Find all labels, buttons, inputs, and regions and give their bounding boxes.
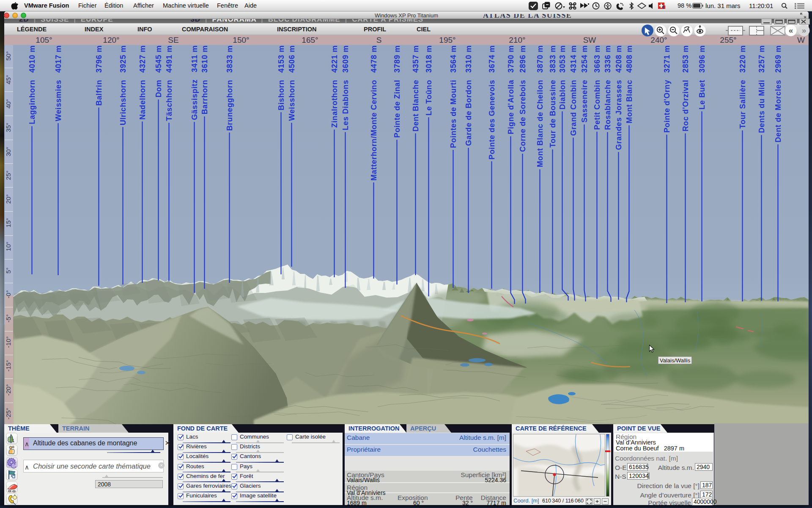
svg-text:Dents du Midi 3257 m: Dents du Midi 3257 m xyxy=(757,45,766,133)
svg-text:Tour de Boussine 3833 m: Tour de Boussine 3833 m xyxy=(549,45,557,148)
svg-text:Grand Combin 4314 m: Grand Combin 4314 m xyxy=(569,45,578,136)
svg-text:Ulrichshorn 3925 m: Ulrichshorn 3925 m xyxy=(119,45,127,125)
svg-text:Garde de Bordon 3310 m: Garde de Bordon 3310 m xyxy=(464,45,473,146)
svg-text:Dent Blanche 4357 m: Dent Blanche 4357 m xyxy=(411,45,420,132)
svg-text:Weisshorn 4506 m: Weisshorn 4506 m xyxy=(288,45,296,121)
svg-text:Sasseneire 3254 m: Sasseneire 3254 m xyxy=(580,45,589,123)
svg-text:»: » xyxy=(802,26,807,35)
svg-text:Grandes Jorasses 4208 m: Grandes Jorasses 4208 m xyxy=(614,45,623,150)
svg-text:Pointe des Genevois 3674 m: Pointe des Genevois 3674 m xyxy=(488,45,496,160)
svg-text:Mont Blanc de Cheilon 3870 m: Mont Blanc de Cheilon 3870 m xyxy=(536,45,544,167)
svg-text:Nadelhorn 4327 m: Nadelhorn 4327 m xyxy=(138,45,147,120)
svg-text:Pigne d'Arolla 3790 m: Pigne d'Arolla 3790 m xyxy=(507,45,515,134)
svg-text:Les Diablons 3609 m: Les Diablons 3609 m xyxy=(341,45,350,130)
svg-text:Pointe d'Orny 3271 m: Pointe d'Orny 3271 m xyxy=(663,45,671,133)
svg-text:Brunegghorn 3833 m: Brunegghorn 3833 m xyxy=(225,45,234,131)
svg-text:Diablon 3053 m: Diablon 3053 m xyxy=(558,45,567,110)
svg-text:Corne de Sorebois 2896 m: Corne de Sorebois 2896 m xyxy=(518,45,527,152)
svg-text:Bishorn 4153 m: Bishorn 4153 m xyxy=(277,45,285,110)
svg-text:Dom 4545 m: Dom 4545 m xyxy=(154,45,163,97)
svg-text:Le Buet 3096 m: Le Buet 3096 m xyxy=(698,45,706,110)
svg-text:Zinalrothorn 4221 m: Zinalrothorn 4221 m xyxy=(330,45,339,128)
svg-text:Mont Blanc 4808 m: Mont Blanc 4808 m xyxy=(625,45,634,123)
svg-text:Pointes de Mourti 3564 m: Pointes de Mourti 3564 m xyxy=(449,45,458,148)
svg-text:Täschhorn 4491 m: Täschhorn 4491 m xyxy=(165,45,173,121)
svg-text:Barrhorn 3610 m: Barrhorn 3610 m xyxy=(200,45,209,114)
svg-text:Le Toûno 3018 m: Le Toûno 3018 m xyxy=(425,45,433,116)
svg-text:Matterhorn/Monte Cervino 447: Matterhorn/Monte Cervino 4478 m xyxy=(370,45,378,181)
svg-text:Gässispitz 3411 m: Gässispitz 3411 m xyxy=(190,45,199,120)
svg-text:Dent de Morcles 2969 m: Dent de Morcles 2969 m xyxy=(774,45,782,143)
svg-text:Rosablanche 3336 m: Rosablanche 3336 m xyxy=(604,45,612,130)
svg-text:«: « xyxy=(789,26,793,35)
svg-text:Petit Combin 3663 m: Petit Combin 3663 m xyxy=(593,45,601,130)
svg-text:Weissmies 4017 m: Weissmies 4017 m xyxy=(54,45,63,121)
svg-text:Balfrin 3796 m: Balfrin 3796 m xyxy=(95,45,103,106)
svg-text:Tour Sallière 3220 m: Tour Sallière 3220 m xyxy=(738,45,747,129)
svg-text:Pointe de Zinal 3789 m: Pointe de Zinal 3789 m xyxy=(393,45,401,138)
svg-text:Roc d'Orzival 2853 m: Roc d'Orzival 2853 m xyxy=(681,45,690,132)
svg-text:Lagginhorn 4010 m: Lagginhorn 4010 m xyxy=(28,45,36,124)
